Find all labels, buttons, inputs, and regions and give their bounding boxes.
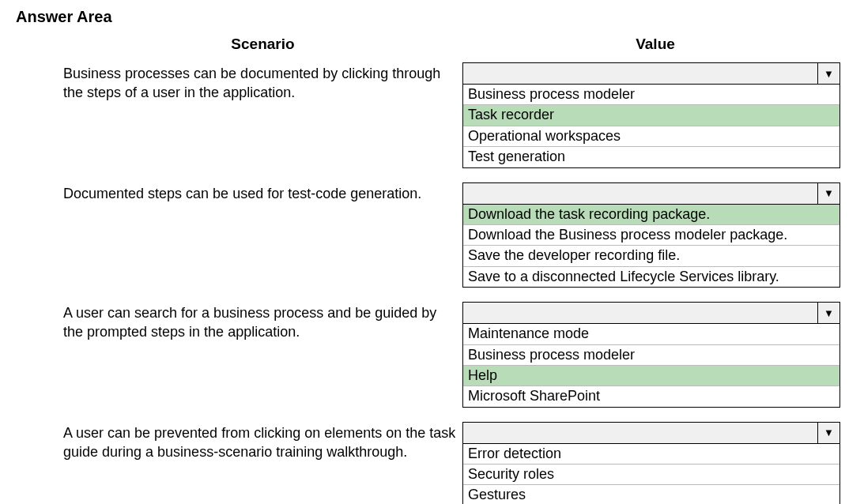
scenario-text: A user can be prevented from clicking on… bbox=[16, 422, 462, 462]
scenario-text: A user can search for a business process… bbox=[16, 302, 462, 342]
dropdown-select[interactable]: ▼ bbox=[462, 422, 840, 444]
dropdown-options: Error detectionSecurity rolesGesturesLoc… bbox=[462, 444, 840, 504]
dropdown-option[interactable]: Security roles bbox=[463, 464, 839, 484]
dropdown-option[interactable]: Download the Business process modeler pa… bbox=[463, 224, 839, 245]
dropdown-select[interactable]: ▼ bbox=[462, 302, 840, 324]
value-cell: ▼Business process modelerTask recorderOp… bbox=[462, 62, 848, 168]
dropdown-options: Download the task recording package.Down… bbox=[462, 205, 840, 288]
column-headers: Scenario Value bbox=[16, 36, 848, 53]
dropdown-option[interactable]: Save the developer recording file. bbox=[463, 245, 839, 265]
dropdown-option[interactable]: Business process modeler bbox=[463, 85, 839, 104]
chevron-down-icon[interactable]: ▼ bbox=[817, 63, 839, 84]
header-value: Value bbox=[462, 36, 848, 53]
value-cell: ▼Error detectionSecurity rolesGesturesLo… bbox=[462, 422, 848, 504]
dropdown-option[interactable]: Download the task recording package. bbox=[463, 205, 839, 224]
dropdown-option[interactable]: Operational workspaces bbox=[463, 126, 839, 146]
dropdown-select[interactable]: ▼ bbox=[462, 62, 840, 85]
answer-row: A user can search for a business process… bbox=[16, 302, 848, 408]
dropdown-option[interactable]: Error detection bbox=[463, 444, 839, 464]
dropdown-option[interactable]: Save to a disconnected Lifecycle Service… bbox=[463, 266, 839, 287]
answer-row: A user can be prevented from clicking on… bbox=[16, 422, 848, 504]
scenario-text: Business processes can be documented by … bbox=[16, 62, 462, 103]
dropdown-option[interactable]: Gestures bbox=[463, 484, 839, 504]
answer-row: Documented steps can be used for test-co… bbox=[16, 182, 848, 288]
value-cell: ▼Maintenance modeBusiness process modele… bbox=[462, 302, 848, 408]
scenario-text: Documented steps can be used for test-co… bbox=[16, 182, 462, 203]
dropdown-option[interactable]: Test generation bbox=[463, 146, 839, 167]
dropdown-option[interactable]: Maintenance mode bbox=[463, 324, 839, 344]
dropdown-option[interactable]: Microsoft SharePoint bbox=[463, 386, 839, 406]
page-title: Answer Area bbox=[16, 8, 848, 26]
dropdown-option[interactable]: Help bbox=[463, 365, 839, 386]
chevron-down-icon[interactable]: ▼ bbox=[817, 423, 839, 443]
answer-row: Business processes can be documented by … bbox=[16, 62, 848, 168]
value-cell: ▼Download the task recording package.Dow… bbox=[462, 182, 848, 288]
dropdown-option[interactable]: Task recorder bbox=[463, 104, 839, 125]
dropdown-select[interactable]: ▼ bbox=[462, 182, 840, 205]
chevron-down-icon[interactable]: ▼ bbox=[817, 303, 839, 323]
dropdown-option[interactable]: Business process modeler bbox=[463, 344, 839, 365]
chevron-down-icon[interactable]: ▼ bbox=[817, 183, 839, 204]
rows-container: Business processes can be documented by … bbox=[16, 62, 848, 504]
dropdown-options: Business process modelerTask recorderOpe… bbox=[462, 85, 840, 168]
header-scenario: Scenario bbox=[16, 36, 462, 53]
dropdown-options: Maintenance modeBusiness process modeler… bbox=[462, 324, 840, 408]
